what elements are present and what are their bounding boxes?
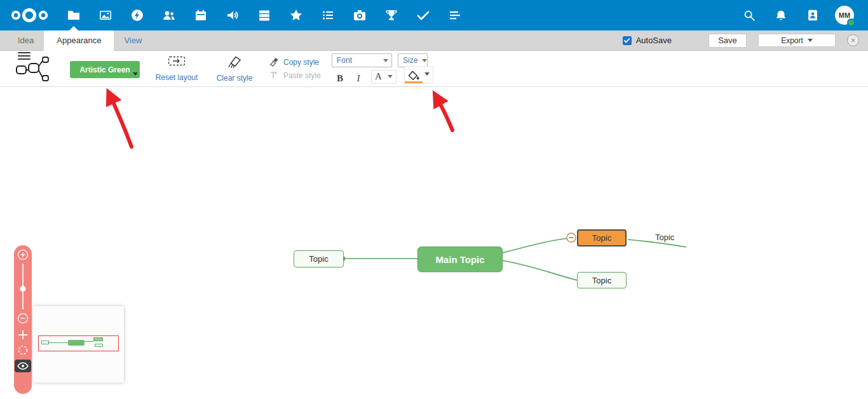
chevron-down-icon [424,72,430,76]
notes-icon[interactable] [439,0,471,30]
nextcloud-logo[interactable] [10,6,50,25]
font-dropdown[interactable]: Font [332,53,392,67]
chevron-down-icon [808,39,813,42]
close-button[interactable]: × [847,34,859,46]
export-button[interactable]: Export [758,34,836,47]
talk-icon[interactable] [217,0,248,30]
contacts-menu-icon[interactable] [797,0,829,30]
app-nav [58,0,471,30]
dashed-circle-icon [18,345,28,355]
crosshair-icon [18,330,28,340]
app-window: MM Idea Appearance View AutoSave Save Ex… [0,0,868,399]
menu-icon[interactable] [18,50,31,62]
connector-right-top [503,238,576,253]
avatar[interactable]: MM [835,6,854,25]
nextcloud-logo-icon [10,6,50,25]
minimap-connector [49,342,68,343]
appearance-toolbar: Artistic Green Reset layout Clear style [0,51,868,87]
search-icon[interactable] [733,0,765,30]
avatar-initials: MM [839,11,850,19]
selected-topic-node[interactable]: Topic [577,229,627,247]
header: MM [0,0,868,30]
fill-caret [423,67,433,83]
theme-button[interactable]: Artistic Green [70,61,140,78]
activity-icon[interactable] [121,0,153,30]
zoom-in-button[interactable] [17,249,29,260]
connector-right-bottom [503,260,577,280]
tab-bar: Idea Appearance View AutoSave Save Expor… [0,30,868,51]
reset-layout-icon [168,56,186,68]
minimap[interactable] [33,306,124,382]
minimap-main-node [68,340,85,346]
fill-color-indicator [405,69,423,83]
autosave-label: AutoSave [636,36,672,45]
autosave-checkbox[interactable] [623,36,632,45]
zoom-out-icon [17,313,29,324]
zoom-in-icon [17,249,29,260]
header-right: MM [733,0,868,30]
tasks-icon[interactable] [312,0,344,30]
chevron-down-icon [388,75,393,78]
tab-actions: AutoSave Save Export × [623,30,868,50]
photos-icon[interactable] [90,0,121,30]
text-style-row: B I A [333,69,433,84]
bottom-topic-node[interactable]: Topic [577,272,627,288]
tab-view[interactable]: View [114,30,152,50]
paint-bucket-icon [407,71,420,81]
fill-color-dropdown[interactable] [404,66,433,84]
chevron-down-icon [383,59,388,62]
save-button[interactable]: Save [709,34,747,48]
copy-style-icon [269,57,279,67]
minimap-node [95,344,103,347]
toggle-minimap-button[interactable] [15,360,31,372]
connector-lines [0,87,868,399]
center-map-button[interactable] [18,330,28,340]
main-topic-node[interactable]: Main Topic [417,247,503,272]
left-topic-node[interactable]: Topic [294,250,344,267]
awards-icon[interactable] [376,0,407,30]
contacts-icon[interactable] [153,0,185,30]
check-icon [623,37,630,44]
tab-appearance[interactable]: Appearance [44,30,114,50]
italic-button[interactable]: I [352,73,365,84]
tab-idea[interactable]: Idea [8,30,44,50]
minimap-connector [85,341,93,342]
eye-icon [17,362,29,370]
paste-style-button[interactable]: Paste style [269,69,321,82]
minimap-node [41,341,49,344]
zoom-out-button[interactable] [17,313,29,324]
copy-style-button[interactable]: Copy style [269,55,321,69]
notifications-icon[interactable] [765,0,797,30]
calendar-icon[interactable] [185,0,217,30]
locate-root-button[interactable] [18,345,28,355]
child-topic-node[interactable]: Topic [655,233,674,242]
paste-style-icon [269,71,279,80]
camera-icon[interactable] [344,0,376,30]
bold-button[interactable]: B [333,73,347,84]
favorites-icon[interactable] [280,0,312,30]
size-dropdown[interactable]: Size [398,53,428,67]
mindmap-canvas[interactable]: Main Topic Topic Topic Topic Topic [0,87,868,399]
clear-style-button[interactable]: Clear style [210,56,259,83]
clear-style-icon [227,56,242,69]
zoom-controls [14,245,32,394]
deck-icon[interactable] [248,0,280,30]
reset-layout-button[interactable]: Reset layout [151,56,202,82]
zoom-slider[interactable] [18,264,27,309]
chevron-down-icon [422,59,427,62]
chevron-down-icon [133,72,138,76]
minimap-node [93,337,103,341]
font-color-dropdown[interactable]: A [371,70,397,84]
online-status-dot [847,18,855,27]
zoom-slider-knob[interactable] [20,286,26,292]
checks-icon[interactable] [407,0,439,30]
style-clipboard-group: Copy style Paste style [269,55,321,82]
files-icon[interactable] [58,0,90,30]
